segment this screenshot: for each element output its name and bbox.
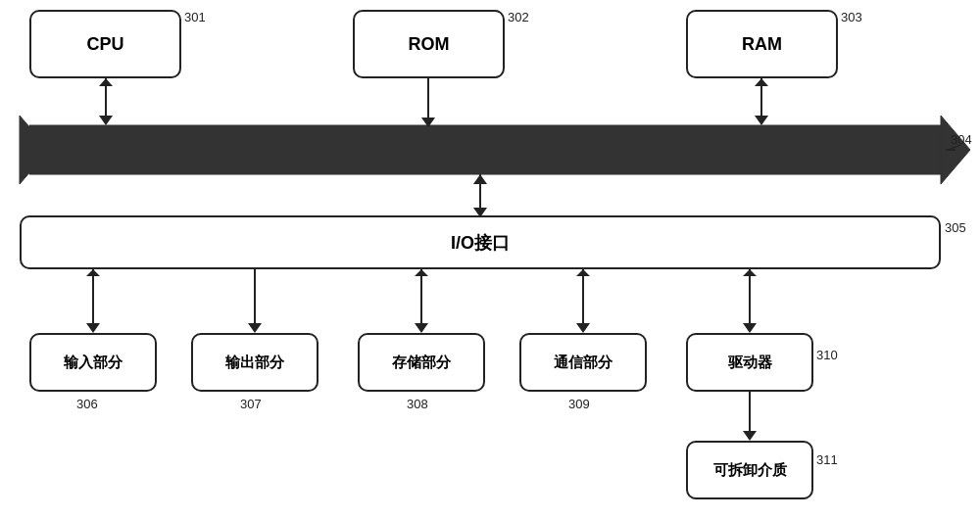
ram-ref: 303 xyxy=(841,10,862,24)
input-ref: 306 xyxy=(76,397,98,411)
svg-marker-28 xyxy=(743,269,757,276)
io-ref: 305 xyxy=(945,220,966,235)
media-label: 可拆卸介质 xyxy=(713,461,787,480)
rom-ref: 302 xyxy=(508,10,529,24)
svg-marker-5 xyxy=(99,116,113,125)
rom-box: ROM xyxy=(353,10,505,78)
svg-marker-14 xyxy=(473,174,487,184)
svg-marker-19 xyxy=(248,323,262,333)
input-box: 输入部分 xyxy=(29,333,157,392)
svg-marker-25 xyxy=(576,269,590,276)
diagram: CPU 301 ROM 302 RAM 303 I/O接口 305 输入部分 3… xyxy=(0,0,980,520)
svg-marker-11 xyxy=(755,78,768,86)
cpu-ref: 301 xyxy=(184,10,206,24)
svg-marker-16 xyxy=(86,323,100,333)
svg-marker-6 xyxy=(99,78,113,86)
output-label: 输出部分 xyxy=(225,354,284,372)
comm-box: 通信部分 xyxy=(519,333,647,392)
cpu-label: CPU xyxy=(86,34,123,55)
svg-marker-17 xyxy=(86,269,100,276)
io-box: I/O接口 xyxy=(20,215,941,269)
svg-marker-8 xyxy=(421,118,435,127)
comm-label: 通信部分 xyxy=(554,354,612,372)
svg-marker-0 xyxy=(29,125,941,174)
driver-box: 驱动器 xyxy=(686,333,813,392)
rom-label: ROM xyxy=(409,34,450,55)
bus-ref: 304 xyxy=(951,132,972,147)
ram-label: RAM xyxy=(742,34,782,55)
output-ref: 307 xyxy=(240,397,262,411)
driver-ref: 310 xyxy=(816,348,838,362)
svg-marker-10 xyxy=(755,116,768,125)
io-label: I/O接口 xyxy=(451,231,510,255)
ram-box: RAM xyxy=(686,10,838,78)
svg-marker-30 xyxy=(743,431,757,441)
svg-marker-1 xyxy=(941,116,970,184)
storage-box: 存储部分 xyxy=(358,333,485,392)
cpu-box: CPU xyxy=(29,10,181,78)
driver-label: 驱动器 xyxy=(728,354,772,372)
svg-marker-22 xyxy=(415,269,428,276)
storage-ref: 308 xyxy=(407,397,428,411)
svg-marker-21 xyxy=(415,323,428,333)
output-box: 输出部分 xyxy=(191,333,318,392)
storage-label: 存储部分 xyxy=(392,354,451,372)
svg-marker-2 xyxy=(20,116,49,184)
media-box: 可拆卸介质 xyxy=(686,441,813,499)
comm-ref: 309 xyxy=(568,397,590,411)
svg-marker-24 xyxy=(576,323,590,333)
input-label: 输入部分 xyxy=(64,354,122,372)
svg-marker-27 xyxy=(743,323,757,333)
media-ref: 311 xyxy=(816,452,838,467)
